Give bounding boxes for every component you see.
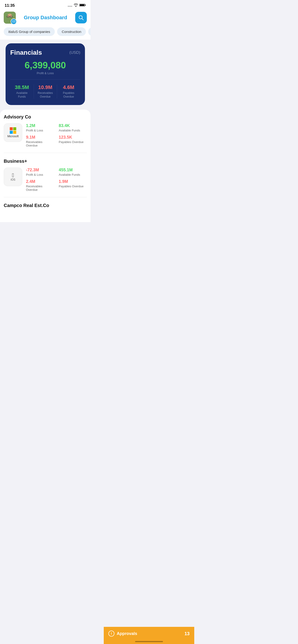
advisory-stat-pl: 1.2M Profit & Loss [26, 123, 54, 132]
payables-overdue-label: PayablesOverdue [57, 91, 80, 98]
svg-rect-20 [13, 131, 16, 134]
message-icon [12, 20, 15, 23]
svg-rect-5 [85, 5, 86, 6]
payables-overdue-value: 4.6M [57, 84, 80, 90]
apple-icon:  [12, 172, 14, 178]
financials-card: Financials (USD) 6,399,080 Profit & Loss… [6, 43, 85, 105]
company-group-campco-title: Campco Real Est.Co [4, 203, 87, 208]
header: Group Dashboard [0, 10, 91, 27]
business-stat-af: 455.1M Available Funds [59, 168, 87, 176]
company-logo-apple:  iOS [4, 168, 22, 186]
company-group-business: Business+  iOS -72.3M Profit & Loss 455… [4, 158, 87, 197]
svg-rect-14 [12, 20, 15, 22]
main-amount: 6,399,080 [10, 60, 80, 70]
advisory-ro-label: Receivables Overdue [26, 140, 54, 147]
page-title: Group Dashboard [16, 14, 75, 21]
wifi-icon [74, 4, 78, 8]
microsoft-label: Microsoft [8, 135, 19, 138]
business-stat-pl: -72.3M Profit & Loss [26, 168, 54, 176]
svg-point-2 [70, 6, 71, 7]
advisory-af-label: Available Funds [59, 129, 87, 132]
financials-header: Financials (USD) [10, 49, 80, 56]
advisory-po-value: 123.5K [59, 135, 87, 140]
stat-available-funds: 38.5M AvailableFunds [10, 84, 34, 98]
business-stat-po: 1.9M Payables Overdue [59, 179, 87, 192]
business-af-value: 455.1M [59, 168, 87, 172]
advisory-stats-grid: 1.2M Profit & Loss 83.4K Available Funds… [26, 123, 87, 147]
avatar-wrap [4, 12, 16, 24]
search-button[interactable] [75, 12, 87, 24]
business-po-value: 1.9M [59, 179, 87, 184]
svg-rect-19 [10, 131, 13, 134]
company-group-campco: Campco Real Est.Co [4, 203, 87, 218]
svg-point-1 [69, 6, 70, 7]
business-ro-label: Receivables Overdue [26, 184, 54, 192]
advisory-pl-value: 1.2M [26, 123, 54, 128]
financials-currency: (USD) [69, 50, 80, 55]
stat-payables-overdue: 4.6M PayablesOverdue [57, 84, 80, 98]
svg-line-16 [82, 18, 83, 20]
business-po-label: Payables Overdue [59, 184, 87, 188]
svg-point-0 [68, 6, 69, 7]
filter-tab-itialus[interactable]: itialuS Group of companies [4, 27, 55, 36]
receivables-overdue-value: 10.9M [34, 84, 57, 90]
financials-title: Financials [10, 49, 42, 56]
main-amount-label: Profit & Loss [10, 72, 80, 75]
filter-tab-construction[interactable]: Construction [57, 27, 86, 36]
business-ro-value: 2.4M [26, 179, 54, 184]
company-logo-microsoft: Microsoft [4, 123, 22, 142]
stat-receivables-overdue: 10.9M ReceivablesOverdue [34, 84, 57, 98]
company-row-advisory: Microsoft 1.2M Profit & Loss 83.4K Avail… [4, 123, 87, 147]
company-group-advisory-title: Advisory Co [4, 114, 87, 120]
receivables-overdue-label: ReceivablesOverdue [34, 91, 57, 98]
company-row-business:  iOS -72.3M Profit & Loss 455.1M Availa… [4, 168, 87, 192]
business-pl-value: -72.3M [26, 168, 54, 172]
financials-stats: 38.5M AvailableFunds 10.9M ReceivablesOv… [10, 84, 80, 98]
message-badge[interactable] [11, 18, 17, 24]
business-stats-grid: -72.3M Profit & Loss 455.1M Available Fu… [26, 168, 87, 192]
company-group-advisory: Advisory Co Microsoft [4, 114, 87, 153]
advisory-af-value: 83.4K [59, 123, 87, 128]
company-group-business-title: Business+ [4, 158, 87, 164]
ios-label: iOS [11, 178, 15, 181]
microsoft-icon [10, 127, 16, 134]
advisory-pl-label: Profit & Loss [26, 129, 54, 132]
available-funds-value: 38.5M [10, 84, 34, 90]
financials-divider [10, 80, 80, 80]
status-bar: 11:35 [0, 0, 91, 10]
companies-section: Advisory Co Microsoft [0, 110, 91, 222]
svg-rect-6 [80, 4, 85, 6]
advisory-stat-af: 83.4K Available Funds [59, 123, 87, 132]
apple-logo:  iOS [11, 172, 15, 181]
business-stat-ro: 2.4M Receivables Overdue [26, 179, 54, 192]
advisory-po-label: Payables Overdue [59, 140, 87, 144]
search-icon [79, 15, 84, 20]
filter-tabs: itialuS Group of companies Construction … [0, 27, 91, 40]
battery-icon [79, 4, 86, 8]
business-pl-label: Profit & Loss [26, 173, 54, 176]
filter-tab-more[interactable]: ► [88, 27, 91, 36]
svg-rect-17 [10, 127, 13, 130]
advisory-ro-value: 9.1M [26, 135, 54, 140]
svg-rect-18 [13, 127, 16, 130]
status-icons [68, 4, 86, 8]
advisory-stat-po: 123.5K Payables Overdue [59, 135, 87, 147]
business-af-label: Available Funds [59, 173, 87, 176]
status-time: 11:35 [5, 3, 15, 8]
available-funds-label: AvailableFunds [10, 91, 34, 98]
signal-dots-icon [68, 4, 72, 8]
svg-point-3 [71, 6, 72, 7]
main-amount-value: 6,399,080 [10, 60, 80, 70]
advisory-stat-ro: 9.1M Receivables Overdue [26, 135, 54, 147]
